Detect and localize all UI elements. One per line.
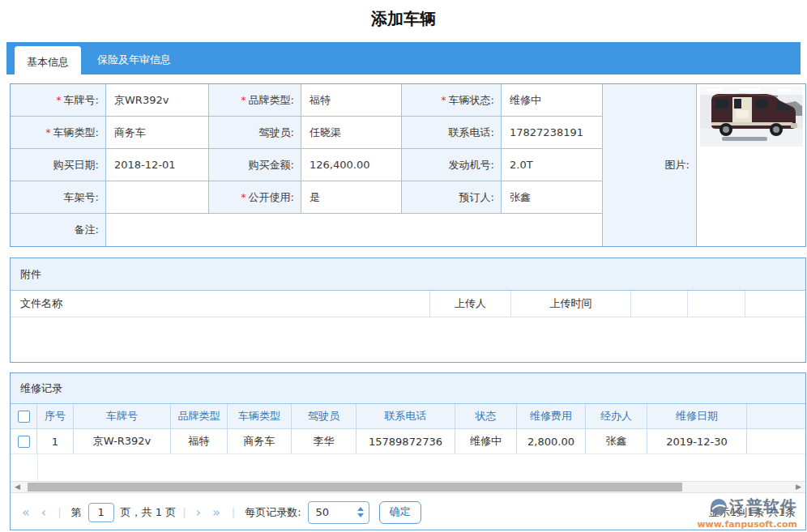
brand-watermark: 泛普软件 www.fanpusoft.com (697, 496, 797, 530)
required-asterisk: * (57, 95, 62, 106)
horizontal-scrollbar[interactable]: ◀ ▶ (11, 481, 805, 493)
cell-vehicle-type: 商务车 (228, 429, 292, 453)
per-page-label: 每页记录数: (245, 505, 301, 520)
purchase-amount-value[interactable]: 126,400.00 (301, 149, 402, 181)
col-brand-type: 品牌类型 (171, 404, 228, 428)
cell-contact-phone: 15789872736 (357, 429, 455, 453)
col-file-name: 文件名称 (11, 291, 430, 317)
brand-url: www.fanpusoft.com (697, 519, 797, 530)
cell-status: 维修中 (455, 429, 517, 453)
required-asterisk: * (241, 192, 246, 203)
vehicle-type-label: *车辆类型: (11, 117, 106, 149)
separator: | (182, 506, 186, 518)
col-handler: 经办人 (586, 404, 647, 428)
purchase-date-value[interactable]: 2018-12-01 (106, 149, 209, 181)
per-page-value[interactable]: 50 (309, 506, 352, 518)
cell-trailing-empty (747, 429, 805, 453)
select-all-checkbox[interactable] (18, 411, 30, 423)
license-plate-label: *车牌号: (11, 84, 106, 117)
col-status: 状态 (455, 404, 517, 428)
public-use-value[interactable]: 是 (301, 181, 402, 214)
vehicle-photo[interactable] (697, 84, 805, 246)
attachments-empty-body (11, 317, 805, 360)
column-divider (37, 454, 38, 481)
row-checkbox[interactable] (18, 436, 30, 448)
driver-label: 驾驶员: (209, 117, 301, 149)
required-asterisk: * (442, 95, 446, 106)
first-page-icon[interactable]: « (22, 504, 30, 520)
tab-bar: 基本信息 保险及年审信息 (6, 42, 801, 74)
col-trailing-empty (747, 404, 805, 428)
separator: | (58, 506, 61, 518)
license-plate-value[interactable]: 京WR392v (106, 84, 209, 117)
engine-number-label: 发动机号: (402, 149, 502, 181)
col-repair-date: 维修日期 (647, 404, 747, 428)
required-asterisk: * (46, 127, 51, 138)
maintenance-title: 维修记录 (11, 373, 805, 404)
purchase-date-label: 购买日期: (11, 149, 106, 181)
col-seq: 序号 (37, 404, 74, 428)
frame-number-value[interactable] (106, 181, 209, 214)
prev-page-icon[interactable]: ‹ (41, 504, 46, 520)
cell-brand-type: 福特 (171, 429, 228, 453)
brand-name: 泛普软件 (729, 496, 797, 517)
cell-seq: 1 (37, 429, 74, 453)
per-page-stepper[interactable]: 50 (308, 501, 369, 524)
next-page-icon[interactable]: › (196, 504, 201, 520)
contact-phone-value[interactable]: 17827238191 (502, 117, 603, 149)
scroll-left-icon[interactable]: ◀ (15, 482, 20, 492)
brand-logo-icon (710, 498, 728, 516)
col-contact-phone: 联系电话 (357, 404, 455, 428)
stepper-arrows[interactable] (352, 507, 369, 517)
row-checkbox-cell (11, 429, 37, 453)
remark-label: 备注: (11, 214, 106, 246)
spinner-down-icon[interactable] (357, 513, 364, 517)
page-title: 添加车辆 (0, 8, 807, 30)
brand-type-value[interactable]: 福特 (301, 84, 402, 117)
reserved-by-value[interactable]: 张鑫 (502, 181, 603, 214)
engine-number-value[interactable]: 2.0T (502, 149, 603, 181)
page-number-input[interactable]: 1 (88, 503, 114, 522)
col-vehicle-type: 车辆类型 (228, 404, 292, 428)
reserved-by-label: 预订人: (402, 181, 502, 214)
table-row[interactable]: 1 京W-R392v 福特 商务车 李华 15789872736 维修中 2,8… (11, 429, 805, 454)
select-all-cell (11, 404, 37, 428)
cell-repair-date: 2019-12-30 (647, 429, 747, 453)
attachments-header-row: 文件名称 上传人 上传时间 (11, 291, 805, 317)
vehicle-status-value[interactable]: 维修中 (502, 84, 603, 117)
spinner-up-icon[interactable] (357, 507, 364, 511)
contact-phone-label: 联系电话: (402, 117, 502, 149)
cell-handler: 张鑫 (586, 429, 647, 453)
col-driver: 驾驶员 (292, 404, 357, 428)
maintenance-header-row: 序号 车牌号 品牌类型 车辆类型 驾驶员 联系电话 状态 维修费用 经办人 维修… (11, 404, 805, 429)
pagination-bar: « ‹ | 第 1 页，共 1 页 | › » | 每页记录数: 50 确定 显… (11, 495, 805, 530)
col-uploader: 上传人 (430, 291, 511, 317)
table-empty-area (11, 454, 805, 481)
cell-repair-cost: 2,800.00 (517, 429, 586, 453)
vehicle-type-value[interactable]: 商务车 (106, 117, 209, 149)
frame-number-label: 车架号: (11, 181, 106, 214)
cell-license-plate: 京W-R392v (74, 429, 171, 453)
last-page-icon[interactable]: » (212, 504, 220, 520)
purchase-amount-label: 购买金额: (209, 149, 301, 181)
tab-basic-info[interactable]: 基本信息 (15, 46, 81, 79)
col-empty-2 (688, 291, 745, 317)
vehicle-photo-image (700, 87, 803, 147)
tab-insurance-annual-info[interactable]: 保险及年审信息 (85, 42, 183, 78)
vehicle-status-label: *车辆状态: (402, 84, 502, 117)
remark-value[interactable] (106, 214, 603, 246)
col-license-plate: 车牌号 (74, 404, 171, 428)
confirm-button[interactable]: 确定 (379, 501, 421, 524)
driver-value[interactable]: 任晓渠 (301, 117, 402, 149)
col-empty-1 (631, 291, 688, 317)
col-repair-cost: 维修费用 (517, 404, 586, 428)
col-upload-time: 上传时间 (511, 291, 631, 317)
page-suffix: 页，共 1 页 (121, 505, 177, 520)
col-empty-3 (745, 291, 805, 317)
scroll-right-icon[interactable]: ▶ (796, 482, 801, 492)
scrollbar-thumb[interactable] (28, 483, 682, 492)
attachments-section: 附件 文件名称 上传人 上传时间 (10, 257, 806, 363)
pager-right-area: 显示1到1条 共1条 泛普软件 www.fanpusoft.com (603, 495, 797, 530)
separator: | (232, 506, 235, 518)
page-prefix: 第 (71, 505, 82, 520)
